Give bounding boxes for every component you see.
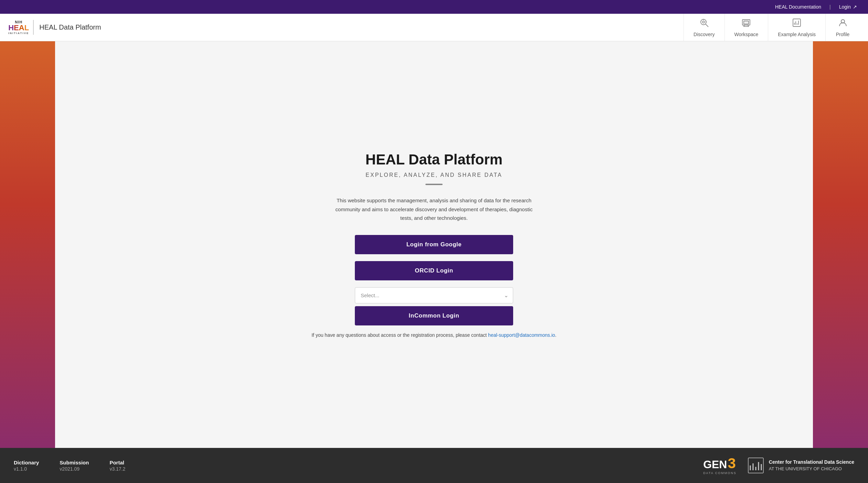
nav-label-workspace: Workspace — [734, 32, 759, 37]
svg-rect-9 — [744, 21, 749, 24]
nav-item-workspace[interactable]: Workspace — [724, 14, 768, 41]
svg-point-0 — [701, 19, 706, 25]
center-content: HEAL Data Platform EXPLORE, ANALYZE, AND… — [55, 41, 813, 448]
gen3-sub: DATA COMMONS — [703, 471, 737, 475]
contact-text-before: If you have any questions about access o… — [311, 332, 488, 338]
gen3-logo: GEN 3 DATA COMMONS — [703, 456, 737, 475]
login-buttons: Login from Google ORCID Login Select... … — [355, 235, 513, 325]
hero-description: This website supports the management, an… — [334, 196, 534, 223]
google-login-button[interactable]: Login from Google — [355, 235, 513, 254]
login-icon: ↗ — [853, 4, 857, 10]
gen3-logo-block: GEN 3 DATA COMMONS — [703, 456, 737, 475]
nav-item-example-analysis[interactable]: Example Analysis — [768, 14, 825, 41]
gen3-number: 3 — [728, 456, 735, 471]
gen3-text: GEN — [703, 459, 727, 470]
dictionary-version: v1.1.0 — [14, 466, 39, 472]
top-bar-divider: | — [829, 4, 831, 10]
login-label: Login — [839, 4, 851, 10]
footer-left: Dictionary v1.1.0 Submission v2021.09 Po… — [14, 460, 682, 472]
main-content: HEAL Data Platform EXPLORE, ANALYZE, AND… — [0, 41, 868, 448]
submission-version: v2021.09 — [60, 466, 89, 472]
footer-portal: Portal v3.17.2 — [109, 460, 125, 472]
ctds-icon — [748, 457, 764, 474]
dictionary-label: Dictionary — [14, 460, 39, 465]
nav-label-discovery: Discovery — [694, 32, 714, 37]
footer-right: GEN 3 DATA COMMONS Center for Transla — [703, 456, 854, 475]
hero-divider — [425, 184, 443, 185]
submission-label: Submission — [60, 460, 89, 465]
incommon-login-button[interactable]: InCommon Login — [355, 306, 513, 325]
incommon-section: Select... ⌄ InCommon Login — [355, 287, 513, 325]
ctds-title: Center for Translational Data Science — [769, 459, 854, 466]
docs-link[interactable]: HEAL Documentation — [775, 4, 821, 10]
right-decoration — [813, 41, 868, 448]
nav-item-discovery[interactable]: Discovery — [684, 14, 724, 41]
ctds-logo: Center for Translational Data Science AT… — [748, 457, 854, 474]
incommon-select[interactable]: Select... — [355, 287, 513, 303]
platform-title: HEAL Data Platform — [39, 23, 101, 31]
svg-line-1 — [706, 24, 708, 27]
contact-text: If you have any questions about access o… — [311, 332, 557, 338]
footer-dictionary: Dictionary v1.1.0 — [14, 460, 39, 472]
portal-version: v3.17.2 — [109, 466, 125, 472]
discovery-icon — [699, 18, 709, 30]
incommon-select-wrapper: Select... ⌄ — [355, 287, 513, 303]
orcid-login-button[interactable]: ORCID Login — [355, 261, 513, 280]
example-analysis-icon — [792, 18, 802, 30]
initiative-label: INITIATIVE — [8, 32, 29, 35]
nav-label-example-analysis: Example Analysis — [778, 32, 816, 37]
profile-icon — [838, 18, 848, 30]
header: NIH HEAL INITIATIVE HEAL Data Platform D… — [0, 14, 868, 41]
hero-subtitle: EXPLORE, ANALYZE, AND SHARE DATA — [366, 172, 502, 178]
nav-item-profile[interactable]: Profile — [825, 14, 860, 41]
logo-area: NIH HEAL INITIATIVE HEAL Data Platform — [8, 20, 684, 35]
contact-text-after: . — [555, 332, 557, 338]
footer-submission: Submission v2021.09 — [60, 460, 89, 472]
main-nav: Discovery Workspace — [684, 14, 860, 41]
left-decoration — [0, 41, 55, 448]
svg-point-2 — [702, 21, 705, 23]
heal-text: HEAL — [8, 24, 29, 32]
footer: Dictionary v1.1.0 Submission v2021.09 Po… — [0, 448, 868, 483]
nav-label-profile: Profile — [836, 32, 850, 37]
portal-label: Portal — [109, 460, 125, 465]
top-bar: HEAL Documentation | Login ↗ — [0, 0, 868, 14]
contact-link[interactable]: heal-support@datacommons.io — [488, 332, 555, 338]
nih-logo: NIH HEAL INITIATIVE — [8, 20, 34, 35]
login-link[interactable]: Login ↗ — [839, 4, 857, 10]
ctds-text: Center for Translational Data Science AT… — [769, 459, 854, 472]
hero-title: HEAL Data Platform — [366, 151, 502, 168]
workspace-icon — [741, 18, 751, 30]
ctds-sub: AT THE UNIVERSITY OF CHICAGO — [769, 466, 842, 471]
